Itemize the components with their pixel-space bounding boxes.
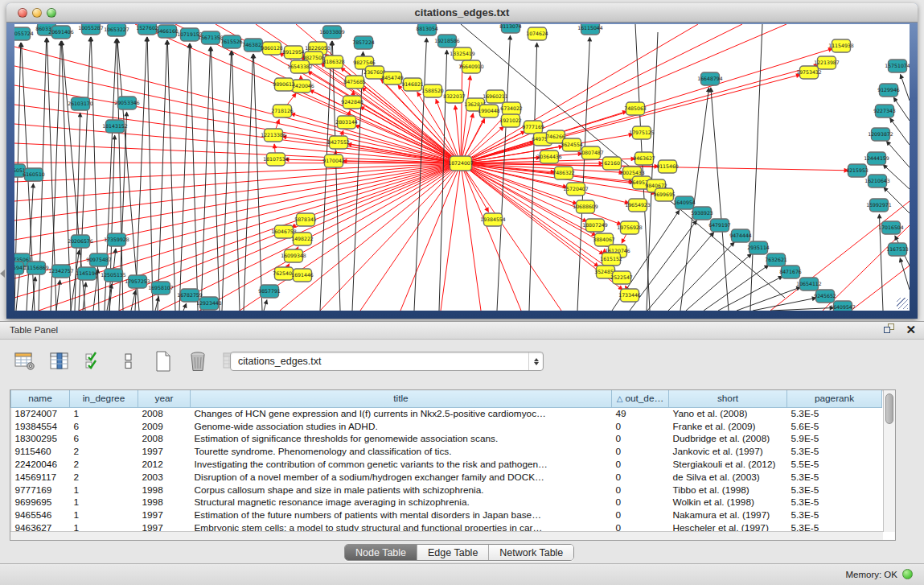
- table-cell[interactable]: 2012: [138, 458, 191, 471]
- graph-node[interactable]: 19654923: [625, 199, 651, 212]
- graph-node[interactable]: 12923448: [196, 297, 222, 310]
- graph-node[interactable]: 1498222: [291, 233, 314, 245]
- graph-node[interactable]: 9245652: [814, 290, 836, 303]
- delete-table-icon[interactable]: [186, 349, 210, 373]
- graph-node[interactable]: 16115044: [577, 24, 603, 35]
- memory-ok-indicator[interactable]: [902, 569, 913, 579]
- table-cell[interactable]: 9699695: [11, 496, 70, 509]
- table-cell[interactable]: 9115460: [11, 445, 70, 458]
- table-cell[interactable]: 2008: [138, 433, 191, 446]
- table-cell[interactable]: 1997: [138, 445, 191, 458]
- table-cell[interactable]: Tibbo et al. (1998): [669, 484, 787, 496]
- graph-node[interactable]: 16033809: [319, 26, 345, 39]
- graph-node[interactable]: 16958107: [148, 282, 174, 295]
- column-header-title[interactable]: title: [191, 390, 612, 407]
- graph-node[interactable]: 10653227: [104, 24, 129, 36]
- graph-node[interactable]: 16960211: [483, 90, 508, 103]
- table-cell[interactable]: 5.3E-5: [787, 407, 882, 420]
- create-table-icon[interactable]: [151, 349, 175, 373]
- graph-node[interactable]: 1615152: [600, 253, 622, 266]
- row-height-icon[interactable]: [117, 349, 141, 373]
- table-cell[interactable]: Tourette syndrome. Phenomenology and cla…: [191, 445, 612, 458]
- graph-node[interactable]: 26103170: [68, 97, 93, 110]
- table-row[interactable]: 969969511998Structural magnetic resonanc…: [11, 496, 882, 509]
- graph-node[interactable]: 20364436: [536, 150, 562, 163]
- table-cell[interactable]: 5.3E-5: [787, 509, 882, 521]
- table-cell[interactable]: 2: [70, 458, 138, 471]
- table-cell[interactable]: Jankovic et al. (1997): [669, 445, 787, 458]
- graph-node[interactable]: 8113074: [499, 24, 522, 33]
- graph-node[interactable]: 16648794: [697, 72, 723, 85]
- graph-node[interactable]: 1640954: [673, 196, 696, 209]
- tab-network-table[interactable]: Network Table: [488, 545, 573, 560]
- graph-node[interactable]: 1588520: [421, 84, 444, 97]
- graph-node[interactable]: 15720407: [563, 183, 589, 196]
- graph-node[interactable]: 10807487: [578, 146, 604, 159]
- graph-node[interactable]: 1167533: [886, 243, 909, 256]
- graph-node[interactable]: 9115460: [656, 160, 679, 173]
- graph-node[interactable]: 13325419: [450, 47, 475, 60]
- table-row[interactable]: 2242004622012Investigating the contribut…: [11, 458, 882, 471]
- graph-node[interactable]: 9463627: [633, 152, 655, 165]
- graph-node[interactable]: 2718126: [271, 105, 294, 117]
- graph-node[interactable]: 8912954: [282, 46, 305, 59]
- graph-node[interactable]: 8813054: [416, 24, 438, 35]
- graph-node[interactable]: 20691406: [48, 26, 74, 39]
- table-cell[interactable]: 0: [612, 420, 669, 433]
- graph-node[interactable]: 9146821: [401, 78, 424, 91]
- table-cell[interactable]: 6: [70, 433, 138, 446]
- graph-node[interactable]: 2803144: [335, 116, 358, 129]
- graph-node[interactable]: 12342757: [48, 265, 74, 278]
- graph-node[interactable]: 10688609: [573, 200, 598, 213]
- table-cell[interactable]: Disruption of a novel member of a sodium…: [191, 471, 612, 484]
- graph-node[interactable]: 1145194: [76, 267, 98, 280]
- graph-node[interactable]: 9890612: [273, 78, 295, 91]
- graph-node[interactable]: 12444159: [864, 152, 889, 165]
- column-header-year[interactable]: year: [138, 390, 191, 407]
- graph-node[interactable]: 18143152: [102, 120, 128, 133]
- table-cell[interactable]: 6: [70, 420, 138, 433]
- vertical-scrollbar-thumb[interactable]: [885, 393, 893, 424]
- tab-edge-table[interactable]: Edge Table: [417, 545, 488, 560]
- graph-node[interactable]: 9242848: [341, 96, 363, 109]
- graph-node[interactable]: 6734022: [500, 102, 523, 115]
- graph-node[interactable]: 9170042: [322, 154, 345, 167]
- graph-node[interactable]: 1990448: [478, 105, 500, 117]
- graph-node[interactable]: 19756928: [617, 221, 643, 234]
- table-cell[interactable]: 1: [70, 496, 138, 509]
- graph-node[interactable]: 15671358: [198, 31, 224, 44]
- graph-node[interactable]: 1527602: [136, 24, 158, 35]
- table-cell[interactable]: Franke et al. (2009): [669, 420, 787, 433]
- graph-node[interactable]: 16210643: [864, 175, 890, 187]
- table-cell[interactable]: 49: [612, 407, 669, 420]
- table-row[interactable]: 1872400712008Changes of HCN gene express…: [11, 407, 882, 420]
- table-cell[interactable]: 5.6E-5: [787, 420, 882, 433]
- graph-node[interactable]: 10055287: [78, 24, 104, 35]
- table-cell[interactable]: Corpus callosum shape and size in male p…: [191, 484, 612, 496]
- graph-node[interactable]: 11154938: [828, 39, 854, 52]
- graph-node[interactable]: 9857791: [258, 285, 281, 298]
- graph-node[interactable]: 1691446: [291, 269, 314, 282]
- table-cell[interactable]: 9777169: [11, 484, 70, 496]
- graph-node[interactable]: 8215953: [846, 164, 869, 177]
- table-cell[interactable]: 5.3E-5: [787, 484, 882, 496]
- graph-node[interactable]: 17359928: [104, 233, 129, 246]
- table-cell[interactable]: 0: [612, 458, 669, 471]
- graph-node[interactable]: 90975487: [86, 253, 112, 266]
- graph-node[interactable]: 6466160: [156, 25, 179, 38]
- table-cell[interactable]: 0: [612, 433, 669, 446]
- graph-node[interactable]: 5878341: [294, 213, 317, 226]
- column-header-in_degree[interactable]: in_degree: [70, 390, 138, 407]
- table-cell[interactable]: 2: [70, 471, 138, 484]
- graph-node[interactable]: 7857224: [352, 36, 375, 49]
- graph-node[interactable]: 6479197: [708, 219, 731, 232]
- table-cell[interactable]: 1998: [138, 484, 191, 496]
- graph-node[interactable]: 18807249: [582, 219, 608, 232]
- table-cell[interactable]: 1997: [138, 509, 191, 521]
- table-cell[interactable]: Genome-wide association studies in ADHD.: [191, 420, 612, 433]
- table-cell[interactable]: 5.3E-5: [787, 471, 882, 484]
- graph-node[interactable]: 15992971: [866, 199, 892, 212]
- tab-node-table[interactable]: Node Table: [345, 545, 417, 560]
- graph-node[interactable]: 1733446: [618, 289, 641, 302]
- table-cell[interactable]: 2003: [138, 471, 191, 484]
